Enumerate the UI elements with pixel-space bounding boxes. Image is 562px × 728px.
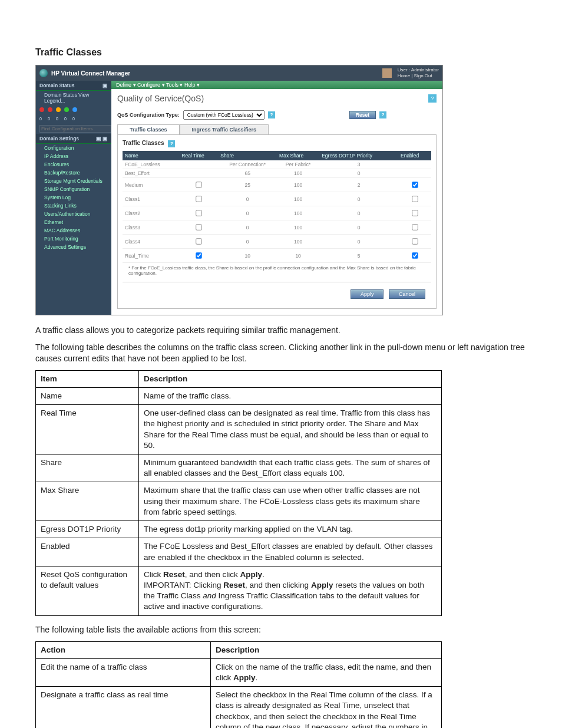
table-header-cell: Real Time xyxy=(179,151,218,160)
sidebar-item[interactable]: Backup/Restore xyxy=(36,169,111,177)
table-row: Medium251002 xyxy=(123,178,431,192)
action-header: Action xyxy=(36,641,211,658)
tc-heading: Traffic Classes xyxy=(123,140,164,146)
find-input[interactable] xyxy=(39,125,111,133)
tc-help-icon[interactable]: ? xyxy=(168,140,175,147)
enabled-checkbox[interactable] xyxy=(412,252,418,258)
hp-logo-icon xyxy=(39,69,48,77)
reset-qos-desc: Click Reset, and then click Apply. IMPOR… xyxy=(139,566,442,615)
sidebar-item[interactable]: Ethernet xyxy=(36,218,111,226)
top-links[interactable]: Home | Sign Out xyxy=(398,73,439,79)
action-edit-name-desc: Click on the name of the traffic class, … xyxy=(211,658,442,686)
reset-button[interactable]: Reset xyxy=(349,111,376,119)
enabled-checkbox[interactable] xyxy=(412,224,418,230)
table-header-cell: Egress DOT1P Priority xyxy=(319,151,398,160)
enabled-checkbox[interactable] xyxy=(412,238,418,244)
enabled-checkbox[interactable] xyxy=(412,196,418,202)
tab-traffic-classes[interactable]: Traffic Classes xyxy=(117,124,180,134)
intro-paragraph-1: A traffic class allows you to categorize… xyxy=(35,325,527,336)
realtime-checkbox[interactable] xyxy=(196,238,202,244)
sidebar-item[interactable]: IP Address xyxy=(36,152,111,160)
sidebar-item[interactable]: Users/Authentication xyxy=(36,210,111,218)
sidebar-item[interactable]: Enclosures xyxy=(36,160,111,169)
domain-status-row[interactable]: Domain Status View Legend... xyxy=(36,91,111,105)
apply-button[interactable]: Apply xyxy=(351,289,384,299)
realtime-checkbox[interactable] xyxy=(196,224,202,230)
desc-cell: The FCoE Lossless and Best_Effort classe… xyxy=(139,538,442,566)
table-footnote: * For the FCoE_Lossless traffic class, t… xyxy=(123,263,431,278)
action-designate-rt-desc: Select the checkbox in the Real Time col… xyxy=(211,687,442,728)
cancel-button[interactable]: Cancel xyxy=(389,289,425,299)
left-nav: Domain Status▣ Domain Status View Legend… xyxy=(36,81,111,315)
realtime-checkbox[interactable] xyxy=(196,252,202,258)
item-cell: Share xyxy=(36,454,139,482)
desc-cell: Maximum share that the traffic class can… xyxy=(139,482,442,521)
action-edit-name: Edit the name of a traffic class xyxy=(36,658,211,686)
table-row: Class201000 xyxy=(123,206,431,220)
sidebar-item[interactable]: Storage Mgmt Credentials xyxy=(36,177,111,185)
sidebar-item[interactable]: Advanced Settings xyxy=(36,243,111,251)
status-icons xyxy=(36,105,111,114)
item-cell: Max Share xyxy=(36,482,139,521)
help-icon[interactable]: ? xyxy=(428,94,437,103)
enabled-checkbox[interactable] xyxy=(412,182,418,187)
realtime-checkbox[interactable] xyxy=(196,182,202,187)
realtime-checkbox[interactable] xyxy=(196,210,202,216)
columns-description-table: Item Description NameName of the traffic… xyxy=(35,370,442,616)
enabled-checkbox[interactable] xyxy=(412,210,418,216)
col-header-item: Item xyxy=(36,370,139,387)
item-cell: Name xyxy=(36,387,139,404)
reset-help-icon[interactable]: ? xyxy=(379,111,386,118)
app-title: HP Virtual Connect Manager xyxy=(51,70,376,77)
desc-cell: One user-defined class can be designated… xyxy=(139,405,442,454)
table-row: Class401000 xyxy=(123,235,431,249)
traffic-classes-table: NameReal TimeShareMax ShareEgress DOT1P … xyxy=(123,151,431,263)
domain-status-label: Domain Status xyxy=(39,83,75,88)
table-header-cell: Name xyxy=(123,151,179,160)
desc-cell: Minimum guaranteed bandwidth that each t… xyxy=(139,454,442,482)
cfg-type-select[interactable]: Custom (with FCoE Lossless) xyxy=(183,110,265,120)
table-header-cell: Enabled xyxy=(398,151,431,160)
section-title: Traffic Classes xyxy=(35,47,527,58)
main-panel: Define ▾ Configure ▾ Tools ▾ Help ▾ Qual… xyxy=(111,81,442,315)
page-title: Quality of Service(QoS) xyxy=(117,94,204,103)
table-row: FCoE_LosslessPer Connection*Per Fabric*3 xyxy=(123,160,431,169)
domain-settings-header: Domain Settings▣ ▣ xyxy=(36,134,111,144)
col-header-desc: Description xyxy=(139,370,442,387)
actions-table: Action Description Edit the name of a tr… xyxy=(35,641,442,729)
table-row: Real_Time10105 xyxy=(123,249,431,263)
sidebar-item[interactable]: Stacking Links xyxy=(36,202,111,210)
domain-status-header: Domain Status▣ xyxy=(36,81,111,91)
sidebar-item[interactable]: Port Monitoring xyxy=(36,235,111,243)
sidebar-item[interactable]: Configuration xyxy=(36,144,111,152)
item-cell: Real Time xyxy=(36,405,139,454)
domain-settings-label: Domain Settings xyxy=(39,136,79,141)
tab-ingress-classifiers[interactable]: Ingress Traffic Classifiers xyxy=(180,124,269,134)
home-icon[interactable] xyxy=(382,68,392,78)
status-red2-icon xyxy=(48,107,52,112)
table-row: Best_Effort651000 xyxy=(123,169,431,178)
action-designate-rt: Designate a traffic class as real time xyxy=(36,687,211,728)
menubar[interactable]: Define ▾ Configure ▾ Tools ▾ Help ▾ xyxy=(111,81,442,89)
app-topbar: HP Virtual Connect Manager User : Admini… xyxy=(36,65,442,81)
sidebar-item[interactable]: System Log xyxy=(36,193,111,202)
user-label: User : Administrator xyxy=(398,67,439,73)
item-cell: Egress DOT1P Priority xyxy=(36,521,139,538)
status-blue-icon xyxy=(72,107,77,112)
app-screenshot: HP Virtual Connect Manager User : Admini… xyxy=(35,65,443,315)
cfg-help-icon[interactable]: ? xyxy=(268,111,275,118)
user-info: User : Administrator Home | Sign Out xyxy=(398,67,439,79)
desc-cell: Name of the traffic class. xyxy=(139,387,442,404)
sidebar-item[interactable]: SNMP Configuration xyxy=(36,185,111,193)
table-row: Class101000 xyxy=(123,192,431,206)
sidebar-item[interactable]: MAC Addresses xyxy=(36,226,111,235)
table-header-cell: Max Share xyxy=(277,151,319,160)
intro-paragraph-2: The following table describes the column… xyxy=(35,342,527,364)
realtime-checkbox[interactable] xyxy=(196,196,202,202)
actions-intro: The following table lists the available … xyxy=(35,624,527,635)
status-red-icon xyxy=(39,107,44,112)
table-row: Class301000 xyxy=(123,220,431,235)
desc-cell: The egress dot1p priority marking applie… xyxy=(139,521,442,538)
table-header-cell: Share xyxy=(218,151,277,160)
status-green-icon xyxy=(64,107,69,112)
